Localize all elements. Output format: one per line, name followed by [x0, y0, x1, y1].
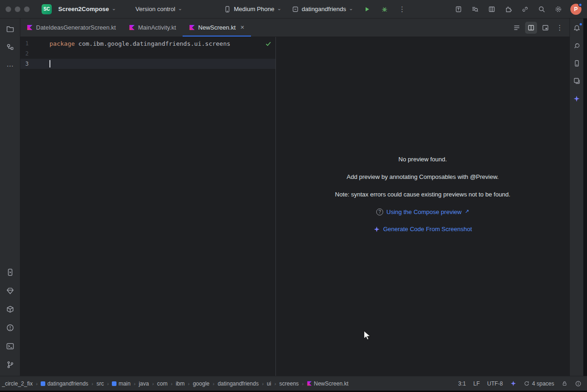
device-manager-button[interactable] [571, 57, 583, 69]
chevron-down-icon: ⌄ [178, 6, 182, 11]
avatar-notification-dot [578, 3, 582, 7]
code-view-button[interactable] [511, 22, 523, 34]
source-root-icon [112, 381, 116, 386]
indent-widget[interactable]: 4 spaces [524, 380, 554, 387]
gradle-elephant-icon [573, 42, 581, 49]
code-view-icon [513, 24, 520, 31]
structure-tool-button[interactable] [4, 41, 17, 54]
gem-icon [6, 287, 14, 295]
running-devices-tool-button[interactable] [4, 266, 17, 279]
breadcrumb-item[interactable]: datingandfriends [218, 380, 259, 387]
encoding-widget[interactable]: UTF-8 [487, 380, 503, 387]
more-tool-windows-button[interactable]: ⋯ [4, 59, 17, 72]
device-frame-button[interactable] [452, 3, 465, 16]
preview-view-toggles: ⋮ [511, 22, 566, 34]
link-icon [521, 6, 529, 13]
gem-tool-button[interactable] [4, 284, 17, 297]
device-manager-icon [573, 60, 581, 67]
breadcrumb-item[interactable]: ui [267, 380, 271, 387]
generate-code-link[interactable]: Generate Code From Screenshot [373, 226, 472, 233]
notifications-button[interactable] [571, 22, 583, 34]
avatar-initial: P [574, 6, 578, 12]
project-name-menu[interactable]: Screen2Compose ⌄ [55, 4, 119, 14]
breadcrumb-item[interactable]: _circle_2_fix [2, 380, 33, 387]
run-configuration-selector[interactable]: datingandfriends ⌄ [289, 4, 356, 15]
user-avatar[interactable]: P [570, 4, 581, 15]
device-selector-label: Medium Phone [234, 6, 274, 12]
breadcrumb-item-file[interactable]: NewScreen.kt [307, 380, 349, 387]
run-toolbar: Medium Phone ⌄ datingandfriends ⌄ [221, 0, 409, 18]
info-button[interactable] [575, 380, 581, 387]
folder-icon [6, 24, 14, 33]
close-tab-icon[interactable]: ✕ [240, 25, 245, 30]
minimize-window-button[interactable] [15, 6, 20, 12]
tab-mainactivity[interactable]: MainActivity.kt [122, 18, 183, 37]
gemini-status-button[interactable] [510, 380, 516, 386]
editor-split: 1 package com.ibm.google.datingandfriend… [20, 37, 569, 376]
code-editor[interactable]: 1 package com.ibm.google.datingandfriend… [20, 37, 275, 376]
code-line-3: 3 [20, 59, 275, 69]
package-tool-button[interactable] [4, 303, 17, 316]
layout-columns-button[interactable] [485, 3, 498, 16]
inspections-passed-icon[interactable] [265, 40, 272, 47]
breadcrumb-item[interactable]: com [157, 380, 168, 387]
breadcrumb-item[interactable]: java [139, 380, 149, 387]
tab-newscreen[interactable]: NewScreen.kt ✕ [183, 18, 251, 37]
close-window-button[interactable] [6, 6, 11, 12]
text-search-button[interactable] [469, 3, 482, 16]
status-bar: _circle_2_fix › datingandfriends › src ›… [0, 376, 587, 391]
breadcrumb-item[interactable]: screens [279, 380, 299, 387]
plugins-button[interactable] [502, 3, 515, 16]
breadcrumb-item[interactable]: src [97, 380, 104, 387]
design-view-button[interactable] [539, 22, 551, 34]
breadcrumb-separator: › [302, 381, 304, 386]
breadcrumb-item[interactable]: datingandfriends [41, 380, 88, 387]
kotlin-file-icon [27, 24, 33, 31]
problems-tool-button[interactable] [4, 321, 17, 334]
search-everywhere-button[interactable] [535, 3, 548, 16]
search-icon [538, 6, 545, 13]
tab-label: DateIdeasGeneratorScreen.kt [36, 24, 116, 31]
debug-button[interactable] [378, 3, 391, 16]
line-separator-widget[interactable]: LF [473, 380, 480, 387]
gear-icon [555, 6, 562, 13]
device-selector[interactable]: Medium Phone ⌄ [221, 4, 284, 15]
breadcrumb-item[interactable]: ibm [176, 380, 184, 387]
phone-icon [224, 6, 231, 13]
breadcrumb-item[interactable]: main [112, 380, 130, 387]
compose-preview-panel: No preview found. Add preview by annotat… [276, 37, 569, 376]
version-control-menu[interactable]: Version control ⌄ [133, 4, 185, 14]
caret-position-widget[interactable]: 3:1 [458, 380, 466, 387]
version-control-tool-button[interactable] [4, 358, 17, 371]
status-widgets: 3:1 LF UTF-8 4 spaces [458, 380, 581, 387]
external-link-icon: ↗ [465, 208, 469, 214]
project-tool-button[interactable] [4, 22, 17, 35]
split-view-button[interactable] [525, 22, 537, 34]
breadcrumb-item[interactable]: google [193, 380, 209, 387]
tab-dateideasgeneratorscreen[interactable]: DateIdeasGeneratorScreen.kt [20, 18, 122, 37]
compose-preview-help-link[interactable]: ? Using the Compose preview ↗ [376, 208, 469, 215]
chevron-down-icon: ⌄ [349, 6, 353, 11]
write-access-button[interactable] [562, 380, 568, 386]
settings-button[interactable] [552, 3, 565, 16]
more-run-options-button[interactable]: ⋮ [396, 3, 409, 16]
layers-icon [573, 77, 581, 85]
breadcrumb-separator: › [213, 381, 214, 386]
run-button[interactable] [361, 3, 373, 16]
gradle-button[interactable] [571, 40, 583, 52]
device-explorer-button[interactable] [571, 75, 583, 87]
zoom-window-button[interactable] [24, 6, 30, 12]
kotlin-file-icon [189, 24, 195, 31]
breadcrumb-separator: › [92, 381, 93, 386]
left-activity-bar: ⋯ [0, 18, 20, 376]
kotlin-file-icon [307, 381, 312, 386]
run-configuration-label: datingandfriends [302, 6, 346, 12]
gemini-button[interactable] [571, 92, 583, 104]
more-vertical-icon: ⋮ [399, 6, 406, 12]
chevron-down-icon: ⌄ [277, 6, 281, 11]
device-play-icon [6, 268, 14, 276]
editor-options-button[interactable]: ⋮ [554, 22, 566, 34]
link-button[interactable] [519, 3, 532, 16]
terminal-tool-button[interactable] [4, 340, 17, 353]
breadcrumb-separator: › [262, 381, 264, 386]
